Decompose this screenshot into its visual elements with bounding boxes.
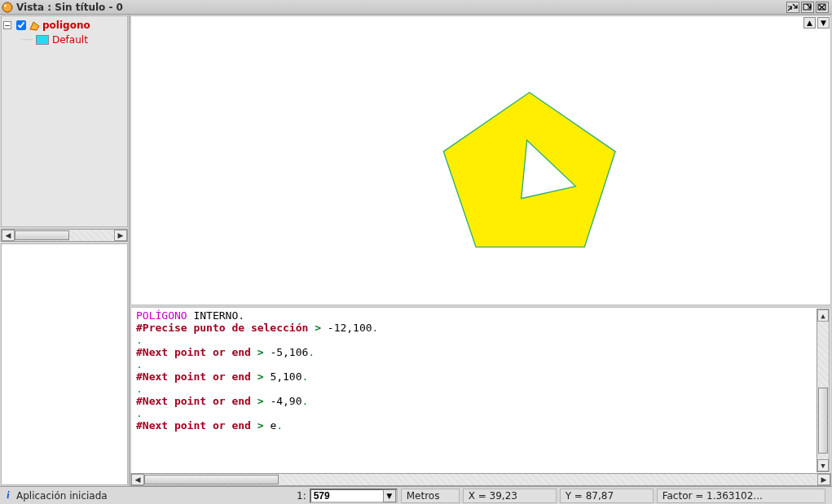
console-line: . — [136, 383, 825, 395]
console-output[interactable]: POLÍGONO INTERNO.#Precise punto de selec… — [130, 307, 831, 473]
coord-x-cell: X = 39,23 — [463, 489, 557, 503]
svg-point-1 — [4, 4, 7, 7]
console-line: POLÍGONO INTERNO. — [136, 309, 825, 322]
legend-label: Default — [52, 34, 88, 46]
console-line: #Next point or end > -5,106. — [136, 346, 825, 358]
console-line: . — [136, 407, 825, 419]
left-lower-pane — [1, 243, 128, 485]
layer-row[interactable]: − poligono — [3, 18, 125, 33]
layer-polygon-icon — [29, 20, 40, 31]
scroll-left-icon[interactable]: ◀ — [2, 230, 15, 241]
console-line: #Precise punto de selección > -12,100. — [136, 322, 825, 334]
console-line: . — [136, 334, 825, 346]
panel-scroll-down-button[interactable]: ▼ — [817, 17, 830, 28]
status-message: Aplicación iniciada — [16, 490, 108, 502]
console-line: #Next point or end > 5,100. — [136, 370, 825, 383]
units-cell: Metros — [401, 489, 460, 503]
scroll-down-icon[interactable]: ▼ — [817, 459, 829, 471]
scroll-right-icon[interactable]: ▶ — [817, 474, 830, 485]
console-line: #Next point or end > e. — [136, 419, 825, 432]
svg-point-0 — [2, 2, 12, 12]
window-titlebar: Vista : Sin título - 0 — [0, 0, 832, 15]
console-hscrollbar[interactable]: ◀ ▶ — [130, 473, 831, 486]
console-line: #Next point or end > -4,90. — [136, 395, 825, 407]
tree-expander[interactable]: − — [3, 21, 11, 29]
window-minimize-button[interactable] — [786, 2, 799, 13]
scale-input[interactable] — [311, 490, 383, 502]
scale-dropdown-button[interactable]: ▼ — [383, 489, 396, 502]
scale-control[interactable]: 1: ▼ — [297, 489, 398, 503]
layer-tree-hscrollbar[interactable]: ◀ ▶ — [1, 229, 128, 242]
scroll-right-icon[interactable]: ▶ — [114, 230, 127, 241]
scale-label: 1: — [297, 490, 306, 502]
layer-tree[interactable]: − poligono ····· Default — [1, 15, 128, 227]
legend-color-swatch — [36, 35, 49, 45]
coord-y-cell: Y = 87,87 — [560, 489, 654, 503]
layer-visibility-checkbox[interactable] — [16, 20, 26, 30]
panel-scroll-up-button[interactable]: ▲ — [803, 17, 816, 28]
left-panel: − poligono ····· Default ◀ ▶ — [0, 15, 130, 486]
scroll-left-icon[interactable]: ◀ — [131, 474, 144, 485]
command-console[interactable]: POLÍGONO INTERNO.#Precise punto de selec… — [130, 307, 831, 486]
zoom-factor-cell: Factor = 1.363102... — [657, 489, 825, 503]
console-vscrollbar[interactable]: ▲ ▼ — [817, 309, 830, 472]
layer-name: poligono — [42, 20, 90, 31]
window-title: Vista : Sin título - 0 — [16, 2, 785, 13]
svg-marker-4 — [30, 22, 39, 30]
scroll-up-icon[interactable]: ▲ — [817, 309, 829, 322]
console-line: . — [136, 358, 825, 370]
scroll-track[interactable] — [15, 230, 114, 241]
tree-branch-icon: ····· — [21, 36, 36, 44]
window-close-button[interactable] — [816, 2, 829, 13]
window-maximize-button[interactable] — [801, 2, 814, 13]
layer-legend-item[interactable]: ····· Default — [21, 33, 125, 47]
app-icon — [2, 2, 13, 13]
status-bar: i Aplicación iniciada 1: ▼ Metros X = 39… — [0, 486, 832, 504]
map-canvas[interactable]: ▲ ▼ — [130, 15, 831, 305]
info-icon: i — [3, 489, 13, 502]
